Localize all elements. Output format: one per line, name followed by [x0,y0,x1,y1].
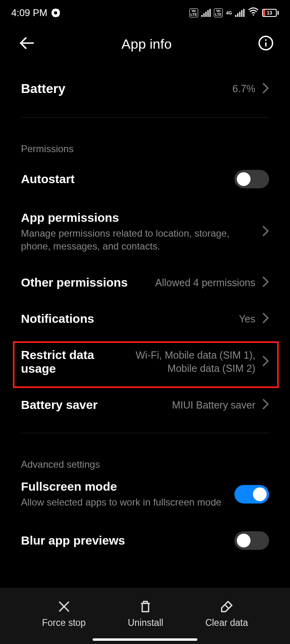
status-left: 4:09 PM [11,7,60,19]
row-other-permissions-value: Allowed 4 permissions [155,276,255,289]
status-time: 4:09 PM [11,7,47,19]
row-blur-title: Blur app previews [21,534,228,547]
chevron-right-icon [262,312,269,326]
battery-percent: 13 [263,10,276,16]
clear-data-button[interactable]: Clear data [205,599,248,628]
fullscreen-toggle[interactable] [234,485,269,504]
row-app-permissions-sub: Manage permissions related to location, … [21,227,255,253]
row-fullscreen-sub: Allow selected apps to work in fullscree… [21,496,228,509]
autostart-toggle[interactable] [234,170,269,188]
uninstall-label: Uninstall [128,617,163,628]
bottom-action-bar: Force stop Uninstall Clear data [0,588,290,644]
row-restrict-data-usage[interactable]: Restrict data usage Wi-Fi, Mobile data (… [0,337,290,387]
back-arrow-icon[interactable] [18,34,35,54]
settings-active-icon [51,8,60,17]
signal-sim2-icon [235,9,244,17]
force-stop-button[interactable]: Force stop [42,599,86,628]
row-battery-saver-title: Battery saver [21,398,166,412]
status-bar: 4:09 PM VoLTE VoLTE 4G 13 [0,0,290,26]
signal-sim1-icon [201,9,211,17]
wifi-icon [248,6,259,20]
clear-data-label: Clear data [205,617,248,628]
uninstall-button[interactable]: Uninstall [128,599,163,628]
divider [21,117,269,118]
row-autostart-title: Autostart [21,172,228,186]
row-other-permissions-title: Other permissions [21,276,149,289]
page-title: App info [122,36,172,52]
row-battery-value: 6.7% [232,82,255,95]
svg-point-3 [265,39,267,41]
volte-sim2-icon: VoLTE [214,8,223,17]
row-blur-previews[interactable]: Blur app previews [0,520,290,550]
row-restrict-data-value: Wi-Fi, Mobile data (SIM 1), Mobile data … [135,349,255,375]
info-icon[interactable] [258,35,274,53]
section-advanced: Advanced settings [0,443,290,474]
chevron-right-icon [262,82,269,96]
row-battery-saver[interactable]: Battery saver MIUI Battery saver [0,387,290,423]
row-other-permissions[interactable]: Other permissions Allowed 4 permissions [0,264,290,301]
force-stop-label: Force stop [42,617,86,628]
chevron-right-icon [262,398,269,412]
row-battery[interactable]: Battery 6.7% [0,70,290,107]
chevron-right-icon [262,276,269,289]
row-fullscreen-title: Fullscreen mode [21,480,228,493]
row-app-permissions-title: App permissions [21,211,255,225]
content-scroll[interactable]: Battery 6.7% Permissions Autostart App p… [0,62,290,588]
chevron-right-icon [262,355,269,369]
status-right: VoLTE VoLTE 4G 13 [189,6,279,20]
section-permissions: Permissions [0,127,290,159]
volte-sim1-icon: VoLTE [189,8,198,17]
row-battery-saver-value: MIUI Battery saver [172,398,255,412]
divider [21,433,269,433]
row-notifications-value: Yes [239,312,255,326]
row-notifications[interactable]: Notifications Yes [0,301,290,337]
row-battery-title: Battery [21,81,226,96]
chevron-right-icon [262,225,269,239]
4g-label-icon: 4G [226,11,232,15]
row-fullscreen-mode[interactable]: Fullscreen mode Allow selected apps to w… [0,474,290,520]
svg-line-7 [225,605,229,609]
row-autostart[interactable]: Autostart [0,159,290,200]
home-indicator[interactable] [93,638,197,641]
row-restrict-data-title: Restrict data usage [21,348,128,376]
blur-toggle[interactable] [234,531,269,550]
row-notifications-title: Notifications [21,312,232,326]
battery-icon: 13 [262,9,279,17]
title-bar: App info [0,26,290,62]
row-app-permissions[interactable]: App permissions Manage permissions relat… [0,200,290,264]
svg-point-0 [253,14,254,16]
